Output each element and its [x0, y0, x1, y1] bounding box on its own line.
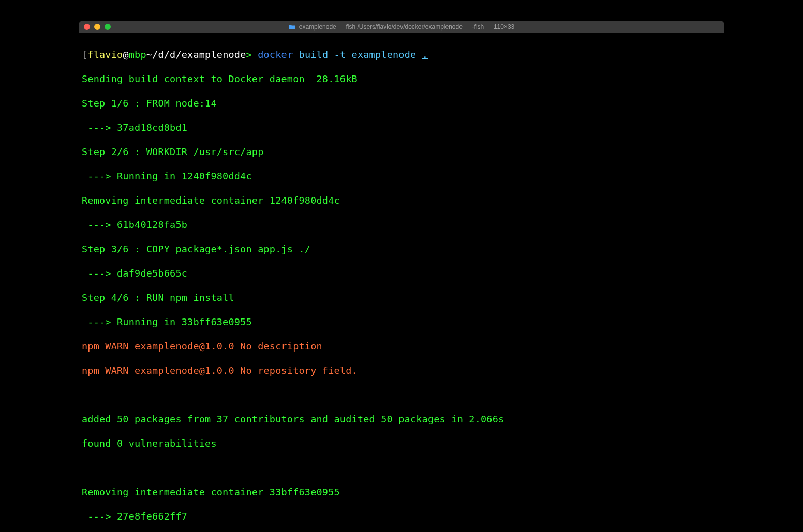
output-line: ---> 61b40128fa5b: [82, 219, 721, 231]
command-docker: docker: [258, 49, 293, 60]
minimize-icon[interactable]: [94, 24, 100, 30]
close-icon[interactable]: [84, 24, 90, 30]
output-line: ---> Running in 33bff63e0955: [82, 316, 721, 328]
terminal-window: examplenode — fish /Users/flavio/dev/doc…: [79, 21, 724, 532]
title-bar: examplenode — fish /Users/flavio/dev/doc…: [79, 21, 724, 33]
output-line: ---> 37ad18cd8bd1: [82, 121, 721, 134]
prompt-line-1: [flavio@mbp~/d/d/examplenode> docker bui…: [82, 49, 721, 61]
output-line: [82, 462, 721, 474]
output-line: Step 2/6 : WORKDIR /usr/src/app: [82, 146, 721, 158]
prompt-path: /d/d/examplenode: [152, 49, 246, 60]
output-line: ---> 27e8fe662ff7: [82, 510, 721, 523]
prompt-user: flavio: [87, 49, 123, 60]
folder-icon: [289, 24, 296, 30]
traffic-lights: [84, 24, 111, 30]
output-line: found 0 vulnerabilities: [82, 437, 721, 450]
output-line: ---> daf9de5b665c: [82, 267, 721, 280]
maximize-icon[interactable]: [105, 24, 111, 30]
command-build-args: build -t examplenode: [299, 49, 422, 60]
npm-warn-line: npm WARN examplenode@1.0.0 No repository…: [82, 364, 721, 377]
output-line: Step 4/6 : RUN npm install: [82, 292, 721, 304]
output-line: added 50 packages from 37 contributors a…: [82, 413, 721, 425]
prompt-host: mbp: [129, 49, 146, 60]
window-title: examplenode — fish /Users/flavio/dev/doc…: [289, 23, 515, 31]
output-line: Step 1/6 : FROM node:14: [82, 97, 721, 110]
output-line: Removing intermediate container 1240f980…: [82, 194, 721, 207]
output-line: [82, 389, 721, 401]
output-line: Sending build context to Docker daemon 2…: [82, 73, 721, 85]
command-build-dot: .: [422, 49, 428, 60]
output-line: ---> Running in 1240f980dd4c: [82, 170, 721, 183]
window-title-text: examplenode — fish /Users/flavio/dev/doc…: [299, 23, 515, 31]
npm-warn-line: npm WARN examplenode@1.0.0 No descriptio…: [82, 340, 721, 353]
terminal-body[interactable]: [flavio@mbp~/d/d/examplenode> docker bui…: [79, 33, 724, 532]
output-line: Removing intermediate container 33bff63e…: [82, 486, 721, 498]
output-line: Step 3/6 : COPY package*.json app.js ./: [82, 243, 721, 255]
